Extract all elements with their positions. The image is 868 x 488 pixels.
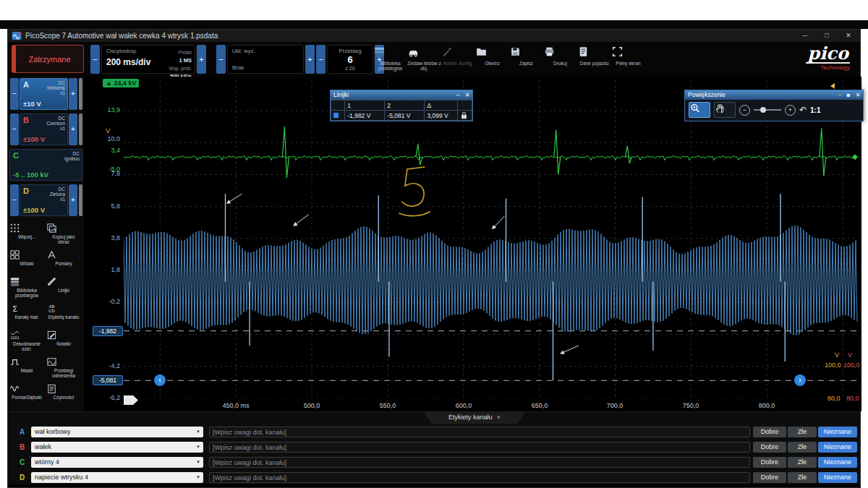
toolbar-button-biblioteka-przebiegów[interactable]: Biblioteka przebiegów (373, 43, 407, 75)
channel-b-decrease-button[interactable]: − (10, 114, 19, 145)
rating-dobre-button[interactable]: Dobre (753, 427, 786, 437)
channel-label-select[interactable]: napiecie wtrysku 4▼ (31, 472, 203, 483)
channel-d-control[interactable]: − D DCZielonax1 ±100 V + (9, 184, 82, 216)
channel-c-body[interactable]: C DCIgnition -5 .. 100 kV (9, 149, 82, 181)
trigger-increase-button[interactable]: + (305, 45, 315, 74)
sidebar-button-linijki[interactable]: Linijki (46, 275, 81, 300)
sidebar-button-etykiety-kanału[interactable]: ABCD Etykiety kanału (46, 301, 81, 327)
toolbar-button-dane-pojazdu[interactable]: Dane pojazdu (577, 43, 611, 75)
waveform-previous-button[interactable]: − (316, 45, 326, 74)
rating-nieznane-button[interactable]: Nieznane (818, 457, 857, 468)
zoom-ratio[interactable]: 1:1 (810, 106, 820, 114)
toolbar-button-pełny-ekran[interactable]: Pełny ekran (611, 43, 645, 75)
rating-złe-button[interactable]: Złe (788, 427, 817, 437)
sidebar-button-kanały-mat[interactable]: Σ Kanały mat. (9, 301, 44, 327)
channel-note-input[interactable] (209, 457, 750, 468)
channel-label-select[interactable]: wałek▼ (31, 442, 203, 453)
close-icon[interactable]: ✕ (463, 90, 472, 100)
sidebar-button-pomiargłęboki[interactable]: PomiarGłęboki (9, 382, 44, 407)
channel-d-body[interactable]: D DCZielonax1 ±100 V (20, 184, 68, 216)
channel-labels-tab[interactable]: Etykiety kanału× (424, 412, 525, 424)
pan-hand-button[interactable] (714, 102, 736, 118)
rating-nieznane-button[interactable]: Nieznane (818, 427, 857, 437)
rating-nieznane-button[interactable]: Nieznane (818, 442, 857, 453)
toolbar-button-drukuj[interactable]: Drukuj (543, 43, 577, 75)
sidebar-button-widoki[interactable]: Widoki (9, 248, 44, 273)
sidebar-button-pomiary[interactable]: Pomiary (46, 248, 81, 273)
zoom-select-button[interactable] (689, 102, 710, 118)
stop-button[interactable]: Zatrzymane (12, 45, 84, 73)
channel-c-control[interactable]: C DCIgnition -5 .. 100 kV (9, 149, 82, 181)
channel-range-scrollbar[interactable] (79, 184, 82, 216)
channel-a-decrease-button[interactable]: − (10, 78, 19, 110)
minimize-icon[interactable]: ─ (454, 90, 462, 100)
sidebar-button-notatki[interactable]: Notatki (46, 328, 81, 354)
sidebar-button-maski[interactable]: Maski (9, 355, 44, 380)
trigger-decrease-button[interactable]: − (216, 45, 226, 74)
channel-range-scrollbar[interactable] (79, 114, 82, 145)
tab-close-icon[interactable]: × (497, 414, 501, 421)
toolbar-button-otwórz[interactable]: Otwórz (475, 43, 509, 75)
green-channel-marker[interactable] (852, 154, 858, 160)
close-button[interactable]: ✕ (838, 30, 859, 41)
plot-area[interactable] (124, 80, 858, 398)
rating-dobre-button[interactable]: Dobre (753, 457, 786, 468)
channel-note-input[interactable] (209, 427, 750, 437)
rating-złe-button[interactable]: Złe (788, 442, 817, 453)
lock-icon[interactable] (457, 111, 472, 121)
channel-a-body[interactable]: A DCNiebieskx1 ±10 V (20, 78, 68, 110)
channel-note-input[interactable] (209, 472, 750, 483)
toolbar-button-zestaw-testów-z-obj[interactable]: Zestaw testów z obj. (407, 43, 441, 75)
channel-a-control[interactable]: − A DCNiebieskx1 ±10 V + (9, 78, 82, 110)
ruler-handle-left[interactable]: ‹ (154, 374, 166, 386)
ruler1-badge[interactable]: -1,982 (93, 326, 123, 336)
sidebar-button-biblioteka-przebiegów[interactable]: Biblioteka przebiegów (9, 275, 44, 300)
minimize-button[interactable]: ─ (795, 30, 815, 41)
sidebar-button-kopiuj-jako-obraz[interactable]: Kopiuj jako obraz (46, 221, 81, 247)
channel-range: ±100 V (23, 206, 45, 214)
ruler2-badge[interactable]: -5,081 (93, 375, 123, 385)
channel-range-scrollbar[interactable] (79, 78, 82, 110)
right-axis-unit-1: V (835, 351, 839, 359)
rating-dobre-button[interactable]: Dobre (753, 442, 786, 453)
channel-d-increase-button[interactable]: + (69, 184, 77, 216)
channel-label-select[interactable]: wał korbowy▼ (31, 427, 203, 437)
sidebar-button-czynności[interactable]: Czynności (46, 382, 81, 407)
rating-nieznane-button[interactable]: Nieznane (818, 472, 857, 483)
close-icon[interactable]: ✕ (854, 90, 862, 100)
timebase-decrease-button[interactable]: − (90, 45, 100, 74)
channel-d-decrease-button[interactable]: − (10, 184, 19, 216)
channel-note-input[interactable] (209, 442, 750, 453)
undo-zoom-icon[interactable]: ↶ (799, 105, 807, 115)
magic-wand-icon (441, 43, 475, 60)
channel-b-increase-button[interactable]: + (69, 114, 77, 145)
minimize-icon[interactable]: ■ (844, 90, 853, 100)
zoom-panel-header[interactable]: Powiększenie ─ ■ ✕ (685, 90, 863, 100)
zoom-slider[interactable] (754, 109, 781, 111)
trigger-panel[interactable]: Ukł. wyz. Brak (227, 45, 304, 74)
rating-dobre-button[interactable]: Dobre (753, 472, 786, 483)
waveform-panel[interactable]: Przebieg 6 z 20 (327, 45, 373, 74)
timebase-panel[interactable]: Oscyloskop 200 ms/div Próbki 1 MS Wsp. p… (101, 45, 195, 74)
toolbar-button-autom-konfig[interactable]: Autom. konfig. (441, 43, 475, 75)
toolbar-button-zapisz[interactable]: Zapisz (509, 43, 543, 75)
zoom-slider-knob[interactable] (760, 107, 766, 113)
zoom-out-button[interactable]: − (739, 105, 750, 116)
rulers-panel-header[interactable]: Linijki ─ ✕ (331, 90, 472, 100)
rating-złe-button[interactable]: Złe (788, 457, 817, 468)
channel-a-increase-button[interactable]: + (69, 78, 77, 110)
sidebar-button-dekodowanie-szer[interactable]: 1101 Dekodowanie szer. (9, 328, 44, 354)
ruler-lines[interactable] (124, 331, 858, 381)
maximize-button[interactable]: □ (817, 30, 837, 41)
sidebar-button-przebiegi-odniesienia[interactable]: Przebiegi odniesienia (46, 355, 81, 380)
sidebar-button-więcej[interactable]: Więcej... (9, 221, 44, 247)
channel-label-select[interactable]: wtórny 4▼ (31, 457, 203, 468)
trigger-marker[interactable] (830, 83, 835, 89)
pin-icon[interactable]: ─ (835, 90, 844, 100)
rating-złe-button[interactable]: Złe (788, 472, 817, 483)
timebase-increase-button[interactable]: + (197, 45, 206, 74)
zoom-in-button[interactable]: + (785, 105, 796, 116)
ruler-handle-right[interactable]: › (794, 374, 806, 386)
channel-b-control[interactable]: − B DCCzerwonx1 ±100 V + (9, 114, 82, 145)
channel-b-body[interactable]: B DCCzerwonx1 ±100 V (20, 114, 68, 145)
